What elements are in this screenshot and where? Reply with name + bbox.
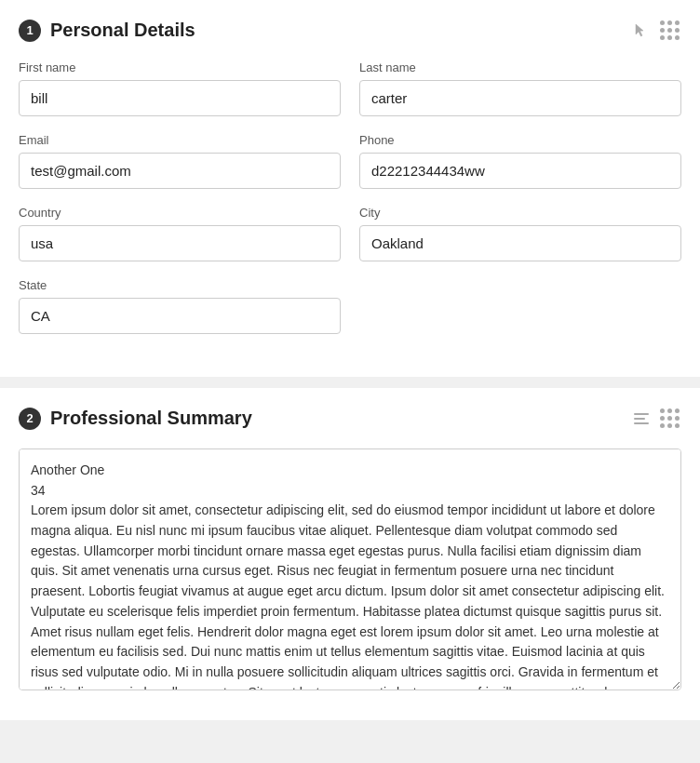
country-group: Country: [19, 206, 341, 261]
personal-details-section: 1 Personal Details First name: [0, 0, 700, 377]
cursor-icon: [632, 22, 649, 39]
section2-filter-button[interactable]: [632, 411, 651, 426]
section2-grid-button[interactable]: [658, 407, 681, 430]
city-input[interactable]: [359, 225, 681, 261]
city-label: City: [359, 206, 681, 220]
email-label: Email: [19, 133, 341, 147]
grid-icon: [660, 20, 680, 40]
last-name-input[interactable]: [359, 80, 681, 116]
section1-actions: [630, 19, 681, 42]
form-row-contact: Email Phone: [19, 133, 681, 189]
last-name-group: Last name: [359, 60, 681, 116]
last-name-label: Last name: [359, 60, 681, 74]
country-input[interactable]: [19, 225, 341, 261]
email-input[interactable]: [19, 153, 341, 189]
first-name-input[interactable]: [19, 80, 341, 116]
state-input[interactable]: [19, 298, 341, 334]
section1-header: 1 Personal Details: [19, 19, 681, 42]
first-name-group: First name: [19, 60, 341, 116]
section2-number: 2: [19, 408, 41, 430]
section1-number: 1: [19, 20, 41, 42]
country-label: Country: [19, 206, 341, 220]
phone-input[interactable]: [359, 153, 681, 189]
first-name-label: First name: [19, 60, 341, 74]
section2-title-group: 2 Professional Summary: [19, 408, 252, 430]
form-row-state: State: [19, 278, 681, 334]
section1-cursor-button[interactable]: [630, 20, 651, 41]
phone-label: Phone: [359, 133, 681, 147]
section1-title-group: 1 Personal Details: [19, 20, 195, 42]
state-label: State: [19, 278, 341, 292]
phone-group: Phone: [359, 133, 681, 189]
professional-summary-section: 2 Professional Summary: [0, 388, 700, 720]
filter-icon: [634, 413, 649, 424]
professional-summary-textarea[interactable]: [19, 448, 681, 690]
form-row-name: First name Last name: [19, 60, 681, 116]
section2-actions: [632, 407, 681, 430]
grid-icon-2: [660, 408, 680, 428]
email-group: Email: [19, 133, 341, 189]
section2-header: 2 Professional Summary: [19, 407, 681, 430]
section1-title: Personal Details: [50, 20, 195, 41]
state-group: State: [19, 278, 341, 334]
section1-grid-button[interactable]: [658, 19, 681, 42]
form-row-location: Country City: [19, 206, 681, 261]
section2-title: Professional Summary: [50, 408, 252, 429]
city-group: City: [359, 206, 681, 261]
